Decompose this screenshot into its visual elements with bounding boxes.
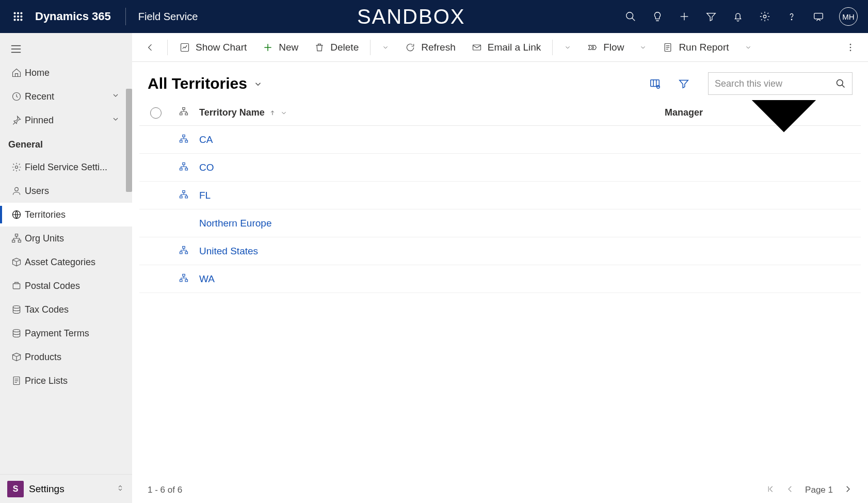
sidebar-item-payment-terms[interactable]: Payment Terms: [0, 321, 132, 345]
row-hierarchy-icon[interactable]: [168, 273, 199, 285]
flow-button[interactable]: Flow: [581, 39, 630, 56]
row-select[interactable]: [143, 273, 168, 285]
report-dropdown[interactable]: [738, 41, 758, 54]
table-row[interactable]: WA: [139, 265, 861, 293]
new-button[interactable]: New: [256, 39, 304, 56]
sidebar-item-territories[interactable]: Territories: [0, 203, 132, 226]
sidebar-item-fs-settings[interactable]: Field Service Setti...: [0, 155, 132, 179]
sidebar-item-asset-categories[interactable]: Asset Categories: [0, 250, 132, 274]
svg-rect-54: [180, 140, 183, 142]
sidebar-recent[interactable]: Recent: [0, 85, 132, 108]
sidebar-item-label: Territories: [25, 209, 124, 220]
view-search[interactable]: [708, 72, 853, 95]
chevron-down-icon: [111, 115, 124, 126]
email-link-button[interactable]: Email a Link: [465, 39, 548, 56]
next-page-button[interactable]: [843, 484, 853, 496]
back-button[interactable]: [138, 39, 162, 56]
plus-icon[interactable]: [678, 10, 690, 23]
email-dropdown[interactable]: [558, 41, 577, 54]
mail-icon: [471, 42, 483, 53]
app-name[interactable]: Field Service: [131, 11, 198, 23]
territory-link[interactable]: FL: [199, 190, 211, 201]
svg-point-14: [791, 19, 792, 20]
view-search-input[interactable]: [715, 78, 835, 89]
svg-rect-52: [185, 113, 188, 115]
gear-icon[interactable]: [759, 10, 771, 23]
show-chart-button[interactable]: Show Chart: [173, 39, 253, 56]
sidebar-item-label: Payment Terms: [25, 328, 124, 339]
row-hierarchy-icon[interactable]: [168, 246, 199, 257]
email-link-label: Email a Link: [488, 42, 541, 53]
row-select[interactable]: [143, 218, 168, 229]
territory-link[interactable]: WA: [199, 273, 215, 285]
app-launcher-icon[interactable]: [5, 10, 31, 23]
column-manager-label: Manager: [665, 107, 703, 118]
sidebar-scrollbar[interactable]: [126, 89, 132, 192]
more-commands[interactable]: [839, 39, 862, 56]
area-switcher[interactable]: S Settings: [0, 474, 132, 503]
table-row[interactable]: United States: [139, 237, 861, 265]
chevron-down-icon: [111, 91, 124, 102]
asset-categories-icon: [8, 257, 25, 267]
view-selector[interactable]: All Territories: [148, 75, 263, 92]
refresh-button[interactable]: Refresh: [398, 39, 462, 56]
user-avatar[interactable]: MH: [839, 7, 858, 26]
search-icon[interactable]: [624, 10, 637, 23]
filter-icon[interactable]: [674, 74, 694, 93]
svg-point-27: [13, 306, 20, 309]
edit-columns-icon[interactable]: [645, 74, 665, 93]
row-hierarchy-icon[interactable]: [168, 134, 199, 145]
help-icon[interactable]: [785, 10, 798, 23]
svg-point-21: [15, 187, 19, 191]
assistant-icon[interactable]: [812, 10, 825, 23]
sidebar-item-users[interactable]: Users: [0, 179, 132, 203]
pager: Page 1: [766, 484, 853, 496]
trash-icon: [314, 42, 325, 53]
clock-icon: [8, 91, 25, 102]
column-header-manager[interactable]: Manager: [665, 100, 861, 189]
environment-label: SANDBOX: [198, 5, 624, 28]
lightbulb-icon[interactable]: [651, 10, 664, 23]
sidebar-item-tax-codes[interactable]: Tax Codes: [0, 298, 132, 321]
sidebar-item-org-units[interactable]: Org Units: [0, 226, 132, 250]
svg-line-10: [632, 18, 635, 21]
territory-link[interactable]: CO: [199, 162, 214, 173]
bell-icon[interactable]: [732, 10, 744, 23]
territory-link[interactable]: CA: [199, 134, 213, 145]
filter-icon[interactable]: [705, 10, 717, 23]
row-hierarchy-icon[interactable]: [168, 190, 199, 201]
sidebar-item-products[interactable]: Products: [0, 345, 132, 369]
row-select[interactable]: [143, 134, 168, 145]
brand-label[interactable]: Dynamics 365: [31, 10, 120, 23]
flow-dropdown[interactable]: [633, 41, 653, 54]
svg-rect-57: [180, 168, 183, 170]
sidebar-item-price-lists[interactable]: Price Lists: [0, 369, 132, 393]
delete-dropdown[interactable]: [376, 41, 395, 54]
svg-rect-61: [185, 196, 188, 198]
territory-link[interactable]: United States: [199, 246, 258, 257]
territory-link[interactable]: Northern Europe: [199, 218, 271, 229]
territories-icon: [8, 209, 25, 220]
payment-terms-icon: [8, 328, 25, 338]
sidebar-pinned[interactable]: Pinned: [0, 108, 132, 132]
row-select[interactable]: [143, 190, 168, 201]
svg-point-2: [21, 12, 22, 14]
updown-icon: [116, 483, 125, 495]
sidebar-item-label: Tax Codes: [25, 304, 124, 315]
price-lists-icon: [8, 376, 25, 386]
prev-page-button[interactable]: [785, 484, 795, 496]
sidebar-toggle[interactable]: [0, 39, 132, 61]
sidebar-item-label: Price Lists: [25, 376, 124, 386]
sidebar-item-postal-codes[interactable]: Postal Codes: [0, 274, 132, 298]
column-header-name[interactable]: Territory Name: [199, 107, 665, 118]
delete-button[interactable]: Delete: [308, 39, 365, 56]
run-report-button[interactable]: Run Report: [656, 39, 735, 56]
table-row[interactable]: Northern Europe: [139, 209, 861, 237]
sidebar-home[interactable]: Home: [0, 61, 132, 85]
search-icon: [835, 78, 846, 89]
row-select[interactable]: [143, 246, 168, 257]
first-page-button[interactable]: [766, 484, 775, 496]
row-hierarchy-icon[interactable]: [168, 162, 199, 173]
select-all[interactable]: [143, 107, 168, 119]
row-select[interactable]: [143, 162, 168, 173]
